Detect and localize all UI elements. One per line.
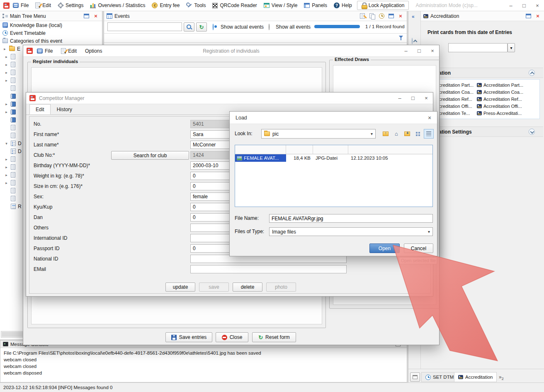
card-type-item[interactable]: Accreditation Coa... [477, 88, 523, 95]
chevron-up-icon[interactable] [529, 70, 535, 76]
close-button[interactable]: × [426, 45, 439, 56]
minimize-button[interactable]: – [399, 45, 413, 56]
accreditation-maximize-button[interactable] [525, 12, 532, 20]
file-row[interactable]: FEMALE AVAT... 18,4 KB JPG-Datei 12.12.2… [235, 154, 432, 162]
save-entries-button[interactable]: Save entries [165, 332, 212, 342]
expander-icon[interactable] [4, 173, 9, 177]
files-of-type-select[interactable]: Image files ▾ [269, 227, 433, 236]
menu-item[interactable]: File [10, 0, 32, 11]
search-for-club-button[interactable]: Search for club [111, 151, 189, 160]
file-column-header[interactable] [348, 145, 432, 154]
reset-form-button[interactable]: ↻ Reset form [252, 332, 296, 342]
menu-item[interactable]: Settings [54, 0, 87, 11]
menu-item[interactable]: Help [330, 0, 355, 11]
events-maximize-button[interactable] [387, 12, 395, 20]
tab-accreditation[interactable]: Accreditation [454, 372, 497, 382]
grid-view-button[interactable] [413, 129, 423, 139]
look-in-combobox[interactable]: pic ▾ [261, 129, 376, 139]
list-view-button[interactable] [424, 129, 434, 139]
cancel-button[interactable]: Cancel [404, 243, 433, 253]
chevron-down-icon[interactable] [529, 129, 535, 135]
card-type-item[interactable]: Accreditation Part... [477, 81, 523, 88]
new-folder-button[interactable] [402, 129, 412, 139]
close-button[interactable]: × [531, 0, 544, 11]
expander-icon[interactable] [4, 71, 9, 75]
registration-menu-file[interactable]: File [33, 45, 57, 56]
registration-menu-options[interactable]: Options [81, 45, 106, 56]
tree-item-categories[interactable]: Categories of this event [0, 37, 102, 45]
menu-item[interactable]: Overviews / Statistics [87, 0, 148, 11]
tab-set-dtm[interactable]: SET DTM [421, 372, 458, 382]
event-search-input[interactable] [107, 22, 182, 31]
expander-icon[interactable] [4, 55, 9, 59]
menu-item[interactable]: View / Style [260, 0, 301, 11]
file-name-cell[interactable]: FEMALE AVAT... [235, 154, 286, 162]
menu-item-lock-application[interactable]: Lock Application [357, 1, 409, 10]
tab-edit[interactable]: Edit [29, 104, 51, 114]
card-type-item[interactable]: Press-Accreditati... [477, 110, 523, 117]
dock-back-icon[interactable]: « [412, 14, 415, 19]
radio-show-actual-events[interactable] [213, 24, 214, 30]
field-input[interactable] [190, 265, 347, 273]
update-button[interactable]: update [165, 282, 195, 292]
search-button[interactable] [184, 22, 194, 32]
window-list-button[interactable] [410, 373, 420, 382]
radio-show-all-events[interactable] [269, 24, 270, 30]
open-button[interactable]: Open [369, 243, 400, 253]
load-titlebar[interactable]: Load × [230, 112, 437, 124]
refresh-button[interactable]: ↻ [196, 22, 207, 32]
tree-item-knowledge-base[interactable]: Knowledge Base (local) [0, 21, 102, 29]
file-column-header[interactable] [313, 145, 348, 154]
radio-show-actual-label[interactable]: Show actual events [221, 24, 264, 30]
accreditation-close-button[interactable]: × [534, 12, 542, 20]
expander-icon[interactable] [4, 63, 9, 67]
maximize-button[interactable]: □ [517, 0, 531, 11]
tree-item-event-timetable[interactable]: Event Timetable [0, 29, 102, 37]
date-dropdown-button[interactable]: ▾ [508, 43, 515, 52]
file-column-header[interactable] [235, 145, 286, 154]
entries-date-field[interactable] [448, 43, 508, 52]
expander-icon[interactable] [4, 181, 9, 185]
maximize-button[interactable]: □ [406, 93, 420, 104]
close-button[interactable]: × [422, 112, 437, 124]
radio-show-all-label[interactable]: Show all events [276, 24, 311, 30]
delete-button[interactable]: delete [233, 282, 262, 292]
expander-icon[interactable] [4, 102, 9, 106]
file-column-header[interactable] [286, 145, 313, 154]
close-button[interactable]: × [420, 93, 433, 104]
chevron-up-icon[interactable] [412, 38, 413, 44]
menu-item[interactable]: Edit [32, 0, 54, 11]
competitor-titlebar[interactable]: Competitor Manager – □ × [26, 93, 433, 104]
home-button[interactable]: ⌂ [391, 129, 401, 139]
registration-menu-edit[interactable]: Edit [57, 45, 81, 56]
close-registration-button[interactable]: Close [216, 332, 248, 342]
events-history-button[interactable] [378, 12, 385, 20]
minimize-button[interactable]: – [504, 0, 517, 11]
card-type-item[interactable]: Accreditation Offi... [477, 102, 523, 110]
events-close-button[interactable]: × [397, 12, 404, 20]
menu-item[interactable]: Entry fee [148, 0, 183, 11]
expander-icon[interactable] [2, 47, 7, 51]
filter-button[interactable] [398, 34, 405, 42]
card-type-item[interactable]: Accreditation Ref... [477, 95, 523, 102]
events-copy-button[interactable] [368, 12, 376, 20]
registration-titlebar[interactable]: File Edit Options Registration of indivi… [23, 45, 439, 57]
minimize-button[interactable]: – [393, 93, 406, 104]
expander-icon[interactable] [4, 110, 9, 114]
menu-item[interactable]: Tools [183, 0, 209, 11]
expander-icon[interactable] [4, 157, 9, 161]
menu-item[interactable]: Panels [301, 0, 330, 11]
file-name-input[interactable] [269, 214, 433, 223]
tree-item-icon [11, 54, 15, 59]
expander-icon[interactable] [4, 165, 9, 169]
menu-item[interactable]: QRCode Reader [209, 0, 260, 11]
expander-icon[interactable] [4, 78, 9, 83]
tree-maximize-button[interactable] [83, 12, 90, 20]
up-one-level-button[interactable] [381, 129, 391, 139]
maximize-button[interactable]: □ [413, 45, 426, 56]
tree-close-button[interactable]: × [92, 12, 100, 20]
tab-overflow-indicator[interactable]: »2 [499, 374, 504, 381]
tab-history[interactable]: History [51, 104, 78, 114]
expander-icon[interactable] [4, 141, 9, 146]
events-edit-button[interactable] [359, 12, 366, 20]
